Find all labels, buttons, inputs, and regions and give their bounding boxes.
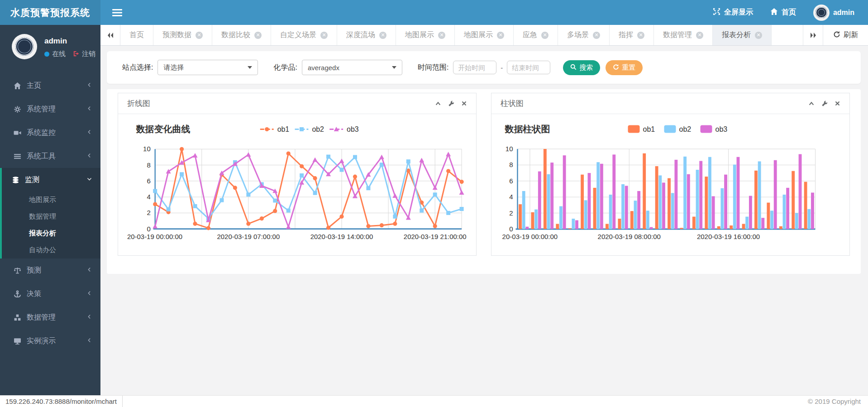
bar-ob2	[683, 157, 687, 229]
bar-ob3	[600, 164, 603, 229]
sidebar-item-label: 数据管理	[27, 313, 56, 322]
sidebar-item-系统工具[interactable]: 系统工具	[0, 144, 100, 168]
tab-自定义场景[interactable]: 自定义场景✕	[271, 25, 337, 45]
legend-item-ob3[interactable]: ob3	[701, 125, 728, 133]
svg-text:ob1: ob1	[643, 125, 655, 133]
sidebar-item-系统监控[interactable]: 系统监控	[0, 121, 100, 144]
chevron-left-icon	[86, 290, 92, 298]
sidebar-subitem-地图展示[interactable]: 地图展示	[2, 192, 100, 208]
sidebar-item-主页[interactable]: 主页	[0, 74, 100, 97]
tab-数据管理[interactable]: 数据管理✕	[654, 25, 713, 45]
sidebar-subitem-报表分析[interactable]: 报表分析	[2, 225, 100, 242]
bar-ob2	[795, 213, 798, 229]
home-button[interactable]: 首页	[770, 8, 796, 17]
tab-首页[interactable]: 首页	[120, 25, 153, 45]
sidebar-item-预测[interactable]: 预测	[0, 259, 100, 282]
tab-close-icon[interactable]: ✕	[254, 32, 262, 39]
sidebar-item-数据管理[interactable]: 数据管理	[0, 306, 100, 329]
tab-地图展示[interactable]: 地图展示✕	[455, 25, 514, 45]
bar-ob2	[783, 195, 786, 229]
line-chart: 数据变化曲线ob1ob2ob3024681020-03-19 00:00:002…	[118, 114, 476, 255]
tab-close-icon[interactable]: ✕	[541, 32, 548, 39]
sidebar-item-系统管理[interactable]: 系统管理	[0, 97, 100, 121]
bar-chart: 数据柱状图ob1ob2ob3024681020-03-19 00:00:0020…	[491, 114, 849, 255]
tab-close-icon[interactable]: ✕	[438, 32, 445, 39]
tab-地图展示[interactable]: 地图展示✕	[396, 25, 455, 45]
avatar[interactable]	[12, 34, 37, 59]
sidebar-menu: 主页系统管理系统监控系统工具监测地图展示数据管理报表分析自动办公预测决策数据管理…	[0, 74, 100, 353]
tabs-scroll-right-icon[interactable]	[803, 25, 823, 45]
bar-ob1	[630, 211, 634, 229]
legend-item-ob2[interactable]: ob2	[664, 125, 692, 133]
bar-ob3	[637, 191, 640, 229]
end-time-input[interactable]	[507, 61, 550, 74]
tab-label: 自定义场景	[280, 30, 316, 40]
sidebar-group-系统工具: 系统工具	[0, 144, 100, 168]
search-button[interactable]: 搜索	[563, 60, 600, 75]
tab-指挥[interactable]: 指挥✕	[610, 25, 654, 45]
bar-ob3	[538, 172, 541, 229]
legend-item-ob1[interactable]: ob1	[628, 125, 655, 133]
tab-预测数据[interactable]: 预测数据✕	[153, 25, 212, 45]
wrench-icon[interactable]	[821, 101, 828, 107]
start-time-input[interactable]	[453, 61, 496, 74]
chevron-left-icon	[86, 129, 92, 137]
close-icon[interactable]	[461, 101, 467, 106]
sidebar-item-实例演示[interactable]: 实例演示	[0, 329, 100, 353]
bar-ob1	[779, 226, 782, 229]
refresh-label: 刷新	[844, 30, 858, 40]
logout-button[interactable]: 注销	[73, 50, 95, 58]
svg-text:2: 2	[147, 209, 150, 216]
charts-container: 折线图 数据变化曲线ob1ob2ob3024681020-03-19 00:00…	[107, 89, 861, 274]
tab-报表分析[interactable]: 报表分析✕	[713, 25, 772, 45]
wrench-icon[interactable]	[448, 101, 454, 107]
site-select[interactable]: 请选择	[157, 60, 258, 75]
sidebar-group-系统管理: 系统管理	[0, 97, 100, 121]
tab-label: 首页	[129, 30, 144, 40]
legend-item-ob3[interactable]: ob3	[329, 125, 359, 133]
sidebar-group-监测: 监测地图展示数据管理报表分析自动办公	[0, 168, 100, 259]
tab-close-icon[interactable]: ✕	[497, 32, 504, 39]
sidebar-item-决策[interactable]: 决策	[0, 282, 100, 306]
sidebar-toggle-icon[interactable]	[112, 9, 122, 17]
tab-应急[interactable]: 应急✕	[514, 25, 558, 45]
close-icon[interactable]	[835, 101, 840, 106]
caret-down-icon	[392, 66, 396, 69]
bar-ob1	[804, 182, 807, 229]
svg-text:10: 10	[506, 145, 513, 153]
legend-item-ob2[interactable]: ob2	[295, 125, 324, 133]
tabs-scroll-left-icon[interactable]	[100, 25, 120, 45]
sidebar-subitem-自动办公[interactable]: 自动办公	[2, 242, 100, 259]
tab-close-icon[interactable]: ✕	[196, 32, 203, 39]
footer: 159.226.240.73:8888/monitor/mchart © 201…	[0, 395, 868, 407]
svg-text:2020-03-19 21:00:00: 2020-03-19 21:00:00	[404, 233, 467, 240]
tab-close-icon[interactable]: ✕	[593, 32, 600, 39]
collapse-icon[interactable]	[435, 101, 441, 107]
svg-text:ob3: ob3	[715, 125, 728, 133]
legend-item-ob1[interactable]: ob1	[260, 125, 290, 133]
tab-深度流场[interactable]: 深度流场✕	[337, 25, 396, 45]
tab-close-icon[interactable]: ✕	[320, 32, 328, 39]
anchor-icon	[12, 290, 23, 298]
collapse-icon[interactable]	[808, 101, 815, 107]
tab-close-icon[interactable]: ✕	[696, 32, 703, 39]
tab-bar: 首页预测数据✕数据比较✕自定义场景✕深度流场✕地图展示✕地图展示✕应急✕多场景✕…	[100, 25, 868, 46]
tab-close-icon[interactable]: ✕	[637, 32, 644, 39]
user-menu[interactable]: admin	[813, 5, 854, 21]
sidebar-item-监测[interactable]: 监测	[2, 168, 100, 192]
chemical-select[interactable]: averagedx	[302, 60, 402, 75]
tab-close-icon[interactable]: ✕	[755, 32, 762, 39]
bar-ob2	[596, 162, 600, 229]
reset-button[interactable]: 重置	[606, 60, 643, 75]
tab-数据比较[interactable]: 数据比较✕	[212, 25, 271, 45]
tab-多场景[interactable]: 多场景✕	[558, 25, 610, 45]
sidebar-subitem-数据管理[interactable]: 数据管理	[2, 208, 100, 225]
app-title: 水质预警预报系统	[0, 0, 100, 25]
fullscreen-button[interactable]: 全屏显示	[713, 8, 753, 17]
tab-close-icon[interactable]: ✕	[379, 32, 386, 39]
header-username: admin	[833, 9, 854, 17]
bars-icon	[12, 153, 23, 160]
bar-ob1	[730, 225, 733, 229]
bar-ob1	[556, 224, 559, 229]
refresh-button[interactable]: 刷新	[823, 25, 868, 45]
